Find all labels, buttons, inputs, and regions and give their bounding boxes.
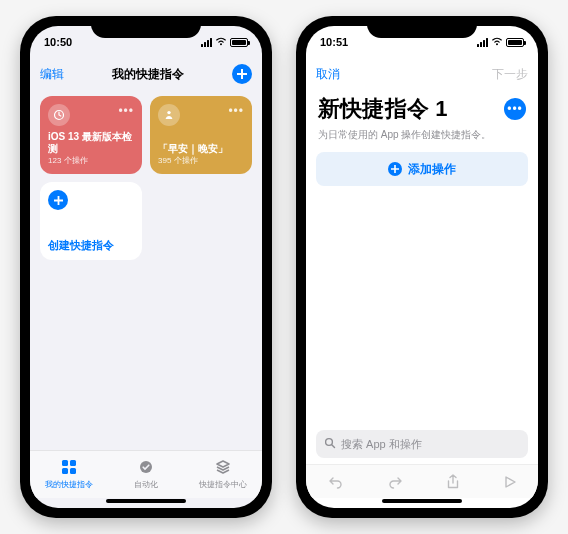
add-shortcut-button[interactable] xyxy=(232,64,252,84)
clock-icon xyxy=(48,104,70,126)
redo-button[interactable] xyxy=(387,474,403,490)
bottom-toolbar xyxy=(306,464,538,498)
home-indicator xyxy=(306,498,538,508)
next-button[interactable]: 下一步 xyxy=(492,66,528,83)
svg-rect-5 xyxy=(70,468,76,474)
status-time: 10:50 xyxy=(44,36,72,48)
svg-point-1 xyxy=(167,111,170,114)
shortcut-subtitle: 395 个操作 xyxy=(158,155,244,166)
cancel-button[interactable]: 取消 xyxy=(316,66,340,83)
shortcuts-grid: ••• iOS 13 最新版本检测 123 个操作 ••• xyxy=(40,96,252,260)
search-icon xyxy=(324,437,336,452)
battery-icon xyxy=(230,38,248,47)
person-icon xyxy=(158,104,180,126)
notch xyxy=(91,16,201,38)
nav-title: 我的快捷指令 xyxy=(112,66,184,83)
device-right: 10:51 取消 下一步 新快捷指令 1 ••• 为日常使用的 App 操作创建… xyxy=(296,16,548,518)
add-action-label: 添加操作 xyxy=(408,161,456,178)
undo-button[interactable] xyxy=(328,474,344,490)
title-row: 新快捷指令 1 ••• xyxy=(306,90,538,126)
cellular-icon xyxy=(477,38,488,47)
shortcuts-content: ••• iOS 13 最新版本检测 123 个操作 ••• xyxy=(30,90,262,450)
nav-bar: 编辑 我的快捷指令 xyxy=(30,58,262,90)
grid-icon xyxy=(61,459,77,477)
share-button[interactable] xyxy=(446,474,460,490)
status-indicators xyxy=(201,37,248,48)
card-more-icon[interactable]: ••• xyxy=(228,104,244,118)
run-button[interactable] xyxy=(503,475,517,489)
page-title: 新快捷指令 1 xyxy=(318,94,448,124)
clock-check-icon xyxy=(138,459,154,477)
wifi-icon xyxy=(491,37,503,48)
shortcut-title: 「早安｜晚安」 xyxy=(158,143,244,155)
shortcut-title: iOS 13 最新版本检测 xyxy=(48,131,134,155)
svg-point-7 xyxy=(326,438,333,445)
create-shortcut-label: 创建快捷指令 xyxy=(48,239,134,252)
card-more-icon[interactable]: ••• xyxy=(118,104,134,118)
edit-button[interactable]: 编辑 xyxy=(40,66,64,83)
svg-rect-3 xyxy=(70,460,76,466)
canvas-area[interactable] xyxy=(306,186,538,430)
page-subtitle: 为日常使用的 App 操作创建快捷指令。 xyxy=(306,126,538,152)
notch xyxy=(367,16,477,38)
more-button[interactable]: ••• xyxy=(504,98,526,120)
tab-my-shortcuts[interactable]: 我的快捷指令 xyxy=(30,451,107,498)
add-action-button[interactable]: 添加操作 xyxy=(316,152,528,186)
svg-rect-2 xyxy=(62,460,68,466)
tab-label: 我的快捷指令 xyxy=(45,479,93,490)
nav-bar: 取消 下一步 xyxy=(306,58,538,90)
shortcut-subtitle: 123 个操作 xyxy=(48,155,134,166)
shortcut-card[interactable]: ••• iOS 13 最新版本检测 123 个操作 xyxy=(40,96,142,174)
cellular-icon xyxy=(201,38,212,47)
home-indicator xyxy=(30,498,262,508)
tab-bar: 我的快捷指令 自动化 快捷指令中心 xyxy=(30,450,262,498)
battery-icon xyxy=(506,38,524,47)
create-shortcut-card[interactable]: 创建快捷指令 xyxy=(40,182,142,260)
screen-right: 10:51 取消 下一步 新快捷指令 1 ••• 为日常使用的 App 操作创建… xyxy=(306,26,538,508)
svg-rect-4 xyxy=(62,468,68,474)
plus-icon xyxy=(48,190,68,210)
tab-label: 自动化 xyxy=(134,479,158,490)
wifi-icon xyxy=(215,37,227,48)
stack-icon xyxy=(215,459,231,477)
device-left: 10:50 编辑 我的快捷指令 xyxy=(20,16,272,518)
status-time: 10:51 xyxy=(320,36,348,48)
status-indicators xyxy=(477,37,524,48)
tab-gallery[interactable]: 快捷指令中心 xyxy=(185,451,262,498)
tab-label: 快捷指令中心 xyxy=(199,479,247,490)
shortcut-card[interactable]: ••• 「早安｜晚安」 395 个操作 xyxy=(150,96,252,174)
tab-automation[interactable]: 自动化 xyxy=(107,451,184,498)
search-placeholder: 搜索 App 和操作 xyxy=(341,437,422,452)
screen-left: 10:50 编辑 我的快捷指令 xyxy=(30,26,262,508)
plus-icon xyxy=(388,162,402,176)
search-field[interactable]: 搜索 App 和操作 xyxy=(316,430,528,458)
